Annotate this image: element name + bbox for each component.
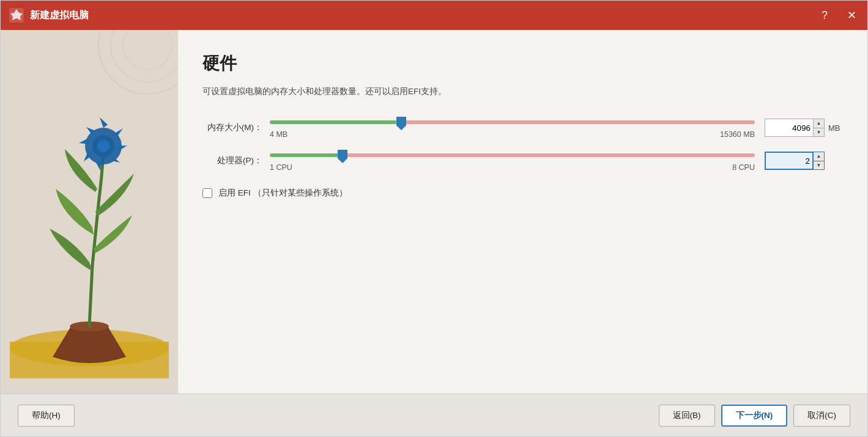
processor-min-label: 1 CPU [270, 163, 292, 172]
processor-labels: 1 CPU 8 CPU [270, 163, 755, 172]
efi-checkbox[interactable] [202, 188, 212, 198]
memory-label: 内存大小(M)： [202, 122, 270, 133]
help-icon-btn[interactable]: ? [818, 9, 831, 22]
memory-max-label: 15360 MB [720, 130, 755, 139]
efi-row: 启用 EFI （只针对某些操作系统） [202, 188, 843, 199]
content-area: 硬件 可设置虚拟电脑的内存大小和处理器数量。还可以启用EFI支持。 内存大小(M… [178, 30, 867, 394]
window-controls: ? ✕ [818, 9, 860, 22]
processor-range-wrapper [270, 150, 755, 161]
memory-spinbox-wrapper: ▲ ▼ MB [765, 119, 843, 137]
main-area: 硬件 可设置虚拟电脑的内存大小和处理器数量。还可以启用EFI支持。 内存大小(M… [1, 30, 867, 394]
processor-label: 处理器(P)： [202, 155, 270, 166]
help-button[interactable]: 帮助(H) [18, 405, 75, 427]
next-button[interactable]: 下一步(N) [721, 405, 788, 427]
processor-slider[interactable] [270, 155, 755, 158]
processor-arrows: ▲ ▼ [814, 152, 825, 170]
content-spacer [202, 199, 843, 379]
memory-slider[interactable] [270, 122, 755, 125]
memory-input[interactable] [765, 119, 814, 137]
close-button[interactable]: ✕ [844, 9, 860, 22]
bottom-bar: 帮助(H) 返回(B) 下一步(N) 取消(C) [1, 394, 867, 436]
memory-labels: 4 MB 15360 MB [270, 130, 755, 139]
memory-arrows: ▲ ▼ [814, 119, 825, 137]
memory-unit: MB [828, 123, 843, 133]
titlebar: 新建虚拟电脑 ? ✕ [1, 1, 867, 30]
efi-label[interactable]: 启用 EFI （只针对某些操作系统） [218, 188, 347, 199]
memory-row: 内存大小(M)： 4 MB 15360 MB [202, 117, 843, 139]
window-title: 新建虚拟电脑 [30, 9, 818, 22]
memory-up-button[interactable]: ▲ [814, 119, 824, 128]
processor-down-button[interactable]: ▼ [814, 161, 824, 170]
processor-up-button[interactable]: ▲ [814, 152, 824, 161]
app-icon [8, 7, 25, 24]
processor-row: 处理器(P)： 1 CPU 8 CPU ▲ [202, 150, 843, 172]
main-window: 新建虚拟电脑 ? ✕ [0, 0, 868, 437]
sidebar [1, 30, 178, 394]
svg-point-11 [97, 140, 109, 152]
back-button[interactable]: 返回(B) [659, 405, 715, 427]
description: 可设置虚拟电脑的内存大小和处理器数量。还可以启用EFI支持。 [202, 86, 843, 97]
processor-max-label: 8 CPU [732, 163, 755, 172]
processor-spinbox-wrapper: ▲ ▼ [765, 152, 843, 170]
page-title: 硬件 [202, 52, 843, 75]
memory-range-wrapper [270, 117, 755, 128]
cancel-button[interactable]: 取消(C) [793, 405, 850, 427]
processor-input[interactable] [765, 152, 814, 170]
memory-slider-container: 4 MB 15360 MB [270, 117, 755, 139]
processor-slider-container: 1 CPU 8 CPU [270, 150, 755, 172]
memory-min-label: 4 MB [270, 130, 287, 139]
sidebar-illustration [1, 30, 178, 394]
memory-down-button[interactable]: ▼ [814, 128, 824, 137]
